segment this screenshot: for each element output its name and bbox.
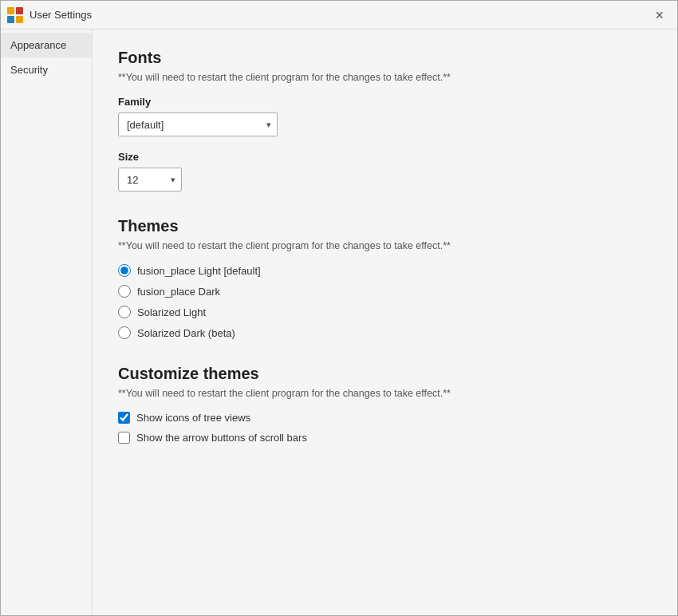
font-size-dropdown[interactable]: 8 9 10 11 12 13 14 16 18 20 (118, 168, 182, 192)
theme-label-fusion-dark: fusion_place Dark (137, 286, 220, 298)
theme-label-solarized-dark: Solarized Dark (beta) (137, 327, 235, 339)
font-size-label: Size (118, 151, 652, 163)
checkbox-input-show-icons[interactable] (118, 412, 130, 424)
theme-radio-solarized-dark[interactable] (118, 326, 131, 339)
svg-rect-0 (7, 7, 14, 14)
window-title: User Settings (30, 9, 648, 21)
font-family-group: Family [default] Arial Courier New Helve… (118, 96, 652, 136)
customize-note: **You will need to restart the client pr… (118, 388, 652, 399)
themes-section: Themes **You will need to restart the cl… (118, 217, 652, 339)
customize-title: Customize themes (118, 365, 652, 383)
font-family-label: Family (118, 96, 652, 108)
theme-option-solarized-light[interactable]: Solarized Light (118, 306, 652, 318)
theme-option-fusion-light[interactable]: fusion_place Light [default] (118, 264, 652, 277)
themes-title: Themes (118, 217, 652, 235)
checkbox-input-show-arrows[interactable] (118, 432, 130, 444)
theme-radio-solarized-light[interactable] (118, 306, 131, 318)
fonts-section: Fonts **You will need to restart the cli… (118, 49, 652, 192)
user-settings-window: User Settings ✕ Appearance Security Font… (0, 0, 678, 616)
svg-rect-1 (16, 7, 23, 14)
font-size-group: Size 8 9 10 11 12 13 14 16 18 20 (118, 151, 652, 192)
fonts-title: Fonts (118, 49, 652, 67)
theme-radio-fusion-dark[interactable] (118, 285, 131, 298)
theme-option-fusion-dark[interactable]: fusion_place Dark (118, 285, 652, 298)
font-size-dropdown-wrapper: 8 9 10 11 12 13 14 16 18 20 ▾ (118, 168, 182, 192)
theme-radio-group: fusion_place Light [default] fusion_plac… (118, 264, 652, 339)
customize-checkbox-group: Show icons of tree views Show the arrow … (118, 412, 652, 444)
font-family-dropdown[interactable]: [default] Arial Courier New Helvetica Ti… (118, 113, 278, 136)
app-icon (7, 7, 23, 23)
svg-rect-2 (7, 16, 14, 23)
fonts-note: **You will need to restart the client pr… (118, 72, 652, 83)
checkbox-show-icons[interactable]: Show icons of tree views (118, 412, 652, 424)
theme-label-solarized-light: Solarized Light (137, 306, 206, 318)
window-body: Appearance Security Fonts **You will nee… (1, 30, 677, 615)
themes-note: **You will need to restart the client pr… (118, 240, 652, 251)
sidebar-item-security[interactable]: Security (1, 57, 92, 82)
svg-rect-3 (16, 16, 23, 23)
checkbox-label-show-arrows: Show the arrow buttons of scroll bars (136, 432, 307, 444)
theme-label-fusion-light: fusion_place Light [default] (137, 265, 261, 277)
checkbox-show-arrows[interactable]: Show the arrow buttons of scroll bars (118, 432, 652, 444)
theme-radio-fusion-light[interactable] (118, 264, 131, 277)
sidebar: Appearance Security (1, 30, 93, 615)
theme-option-solarized-dark[interactable]: Solarized Dark (beta) (118, 326, 652, 339)
main-content: Fonts **You will need to restart the cli… (93, 30, 677, 615)
font-family-dropdown-wrapper: [default] Arial Courier New Helvetica Ti… (118, 113, 278, 136)
close-button[interactable]: ✕ (648, 4, 671, 26)
sidebar-item-appearance[interactable]: Appearance (1, 33, 92, 57)
title-bar: User Settings ✕ (1, 1, 677, 30)
customize-themes-section: Customize themes **You will need to rest… (118, 365, 652, 444)
checkbox-label-show-icons: Show icons of tree views (136, 412, 250, 424)
